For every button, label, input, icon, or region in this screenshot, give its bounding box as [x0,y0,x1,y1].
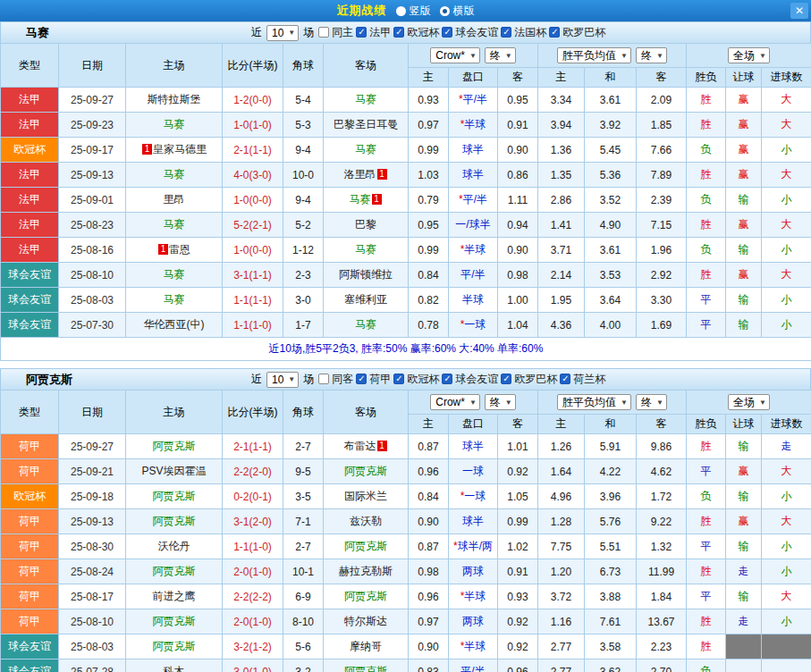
filter-checkbox[interactable]: 荷兰杯 [560,372,605,387]
chevron-down-icon: ▼ [759,52,766,60]
filter-checkbox[interactable]: 欧罗巴杯 [549,25,605,40]
home-team-cell: 1雷恩 [126,238,223,263]
score-cell: 3-1(1-1) [223,263,283,288]
filter-bar: 近 10▼ 场 同主法甲欧冠杯球会友谊法国杯欧罗巴杯 [251,25,608,41]
filter-checkbox[interactable]: 法国杯 [501,25,546,40]
chevron-down-icon: ▼ [288,29,295,37]
asian-home-odds-cell: 0.90 [409,509,449,534]
match-count-select[interactable]: 10▼ [266,25,299,41]
filter-checkbox[interactable]: 欧冠杯 [393,372,439,387]
filter-checkbox[interactable]: 荷甲 [356,372,391,387]
team-name: 布雷达 [344,440,376,452]
layout-horizontal-radio[interactable]: 横版 [440,4,475,19]
team-name: 马赛 [355,143,376,155]
euro-draw-odds-cell: 3.64 [585,288,637,313]
goals-result-cell: 小 [762,484,811,509]
handicap-cell: *平/半 [449,88,498,113]
handicap-cell: 球半 [449,138,498,163]
close-button[interactable]: ✕ [790,3,808,19]
result-cell: 平 [687,584,726,609]
handicap-cell: 半球 [449,288,498,313]
avg-time-select[interactable]: 终▼ [636,394,667,410]
euro-draw-odds-cell: 3.58 [585,634,637,659]
asian-away-odds-cell: 0.86 [498,163,538,188]
score-cell: 2-1(1-1) [223,434,283,459]
away-team-cell: 马赛 [324,313,409,338]
filter-checkbox[interactable]: 法甲 [356,25,391,40]
checkbox-checked-icon [560,374,570,384]
avg-odds-select[interactable]: 胜平负均值▼ [557,47,631,63]
games-label: 场 [303,372,314,387]
asian-away-odds-cell: 1.11 [498,188,538,213]
odds-time-select[interactable]: 终▼ [485,394,516,410]
euro-loss-odds-cell: 9.22 [637,509,687,534]
league-cell: 荷甲 [1,534,59,559]
match-count-value: 10 [272,374,283,386]
date-cell: 25-07-30 [59,313,126,338]
away-team-cell: 马赛 [324,88,409,113]
asian-home-odds-cell: 0.78 [409,313,449,338]
home-team-cell: 1皇家马德里 [126,138,223,163]
home-team-cell: 斯特拉斯堡 [126,88,223,113]
odds-time-select[interactable]: 终▼ [485,47,516,63]
match-count-value: 10 [272,27,283,39]
handicap-result-cell: 输 [726,584,762,609]
handicap-result-cell: 赢 [726,459,762,484]
filter-checkbox[interactable]: 球会友谊 [442,25,498,40]
col-header-hresult: 让球 [726,415,762,434]
corner-cell: 10-1 [283,559,324,584]
avg-odds-select[interactable]: 胜平负均值▼ [557,394,631,410]
team-name: 国际米兰 [344,490,387,502]
asian-home-odds-cell: 0.97 [409,609,449,634]
asian-home-odds-cell: 0.79 [409,188,449,213]
result-cell: 负 [687,138,726,163]
date-cell: 25-08-17 [59,584,126,609]
filter-checkbox[interactable]: 欧冠杯 [393,25,439,40]
asian-away-odds-cell: 0.93 [498,584,538,609]
euro-loss-odds-cell: 4.62 [637,459,687,484]
home-team-cell: 阿贾克斯 [126,509,223,534]
scope-select[interactable]: 全场▼ [728,394,770,410]
corner-cell: 3-0 [283,288,324,313]
scope-select[interactable]: 全场▼ [728,47,770,63]
avg-time-select[interactable]: 终▼ [636,47,667,63]
asian-home-odds-cell: 0.93 [409,88,449,113]
filter-checkbox[interactable]: 同客 [318,372,353,387]
away-team-cell: 巴黎圣日耳曼 [324,113,409,138]
filter-checkbox[interactable]: 欧罗巴杯 [501,372,557,387]
euro-win-odds-cell: 7.75 [538,534,585,559]
odds-source-select[interactable]: Crow*▼ [430,394,480,410]
handicap-text: 平/半 [463,93,487,105]
odds-source-select[interactable]: Crow*▼ [430,47,480,63]
goals-result-cell: 小 [762,188,811,213]
league-cell: 荷甲 [1,434,59,459]
euro-win-odds-cell: 2.86 [538,188,585,213]
filter-bar: 近 10▼ 场 同客荷甲欧冠杯球会友谊欧罗巴杯荷兰杯 [251,372,608,388]
result-cell: 胜 [687,213,726,238]
handicap-result-cell: 输 [726,434,762,459]
filter-checkbox[interactable]: 球会友谊 [442,372,498,387]
handicap-cell: 球半 [449,434,498,459]
filter-checkbox[interactable]: 同主 [318,25,353,40]
checkbox-label: 欧罗巴杯 [514,372,557,387]
handicap-cell: 球半 [449,163,498,188]
score-cell: 4-0(3-0) [223,163,283,188]
layout-vertical-radio[interactable]: 竖版 [396,4,431,19]
away-team-cell: 摩纳哥 [324,634,409,659]
league-cell: 法甲 [1,238,59,263]
chevron-down-icon: ▼ [621,399,628,407]
checkbox-label: 球会友谊 [455,25,498,40]
asian-away-odds-cell: 0.99 [498,509,538,534]
away-team-cell: 巴黎 [324,213,409,238]
euro-win-odds-cell: 1.64 [538,459,585,484]
euro-odds-group: 胜平负均值▼ 终▼ [538,44,687,68]
euro-draw-odds-cell: 7.61 [585,609,637,634]
corner-cell: 3-5 [283,484,324,509]
euro-loss-odds-cell: 2.92 [637,263,687,288]
corner-cell: 5-6 [283,634,324,659]
odds-time-value: 终 [490,48,501,63]
team-name: 阿贾克斯 [153,440,196,452]
match-count-select[interactable]: 10▼ [266,372,299,388]
col-header-away: 客场 [324,44,409,88]
handicap-result-cell: 赢 [726,213,762,238]
